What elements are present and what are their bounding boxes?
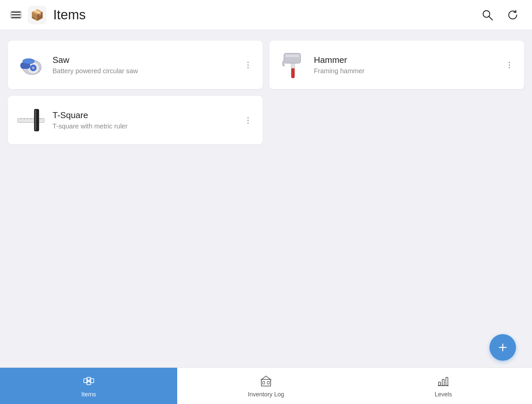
app-header: 📦 Items: [0, 0, 532, 30]
item-info-tsquare: T-Square T-square with metric ruler: [53, 110, 235, 130]
search-icon: [481, 9, 493, 21]
item-card-tsquare[interactable]: T-Square T-square with metric ruler ⋮: [8, 96, 263, 144]
hammer-icon: [277, 50, 307, 80]
svg-line-1: [489, 17, 492, 20]
inventory-log-nav-icon: [259, 374, 273, 388]
svg-rect-40: [442, 379, 444, 385]
header-left: 📦 Items: [11, 6, 479, 24]
refresh-icon: [507, 9, 519, 21]
item-image-tsquare: [16, 105, 46, 135]
item-name-hammer: Hammer: [314, 55, 496, 65]
item-info-saw: Saw Battery powered circular saw: [53, 55, 235, 75]
svg-rect-38: [267, 381, 269, 384]
search-button[interactable]: [479, 6, 496, 24]
tsquare-icon: [16, 105, 46, 135]
svg-rect-37: [263, 381, 265, 384]
saw-icon: [16, 50, 46, 80]
nav-items[interactable]: Items: [0, 368, 177, 404]
item-name-saw: Saw: [53, 55, 235, 65]
levels-nav-label: Levels: [435, 391, 452, 398]
svg-point-15: [23, 59, 35, 64]
item-desc-hammer: Framing hammer: [314, 67, 496, 75]
svg-rect-39: [439, 382, 441, 385]
item-desc-tsquare: T-square with metric ruler: [53, 122, 235, 130]
svg-rect-17: [291, 68, 295, 78]
item-more-button-tsquare[interactable]: ⋮: [241, 113, 255, 127]
menu-button[interactable]: [11, 11, 21, 19]
levels-nav-icon: [437, 374, 450, 388]
items-nav-icon: [82, 374, 95, 388]
main-content: Saw Battery powered circular saw ⋮: [0, 30, 532, 367]
item-image-hammer: [277, 50, 307, 80]
item-card-saw[interactable]: Saw Battery powered circular saw ⋮: [8, 41, 263, 89]
refresh-button[interactable]: [504, 6, 521, 24]
items-nav-label: Items: [81, 391, 96, 398]
item-info-hammer: Hammer Framing hammer: [314, 55, 496, 75]
app-icon: 📦: [28, 6, 47, 24]
inventory-log-nav-label: Inventory Log: [248, 391, 284, 398]
item-more-button-hammer[interactable]: ⋮: [503, 58, 516, 72]
item-more-button-saw[interactable]: ⋮: [241, 58, 255, 72]
svg-point-5: [32, 67, 35, 69]
page-title: Items: [53, 7, 86, 22]
item-desc-saw: Battery powered circular saw: [53, 67, 235, 75]
item-image-saw: [16, 50, 46, 80]
svg-rect-41: [446, 377, 448, 385]
item-name-tsquare: T-Square: [53, 110, 235, 120]
nav-inventory-log[interactable]: Inventory Log: [177, 368, 354, 404]
item-card-hammer[interactable]: Hammer Framing hammer ⋮: [269, 41, 524, 89]
add-item-fab[interactable]: [489, 334, 516, 361]
items-grid: Saw Battery powered circular saw ⋮: [8, 41, 524, 144]
header-actions: [479, 6, 521, 24]
svg-rect-19: [285, 55, 299, 57]
nav-levels[interactable]: Levels: [355, 368, 532, 404]
plus-icon: [497, 341, 509, 353]
svg-rect-29: [35, 110, 36, 130]
svg-point-0: [483, 11, 490, 17]
bottom-nav: Items Inventory Log Levels: [0, 367, 532, 404]
